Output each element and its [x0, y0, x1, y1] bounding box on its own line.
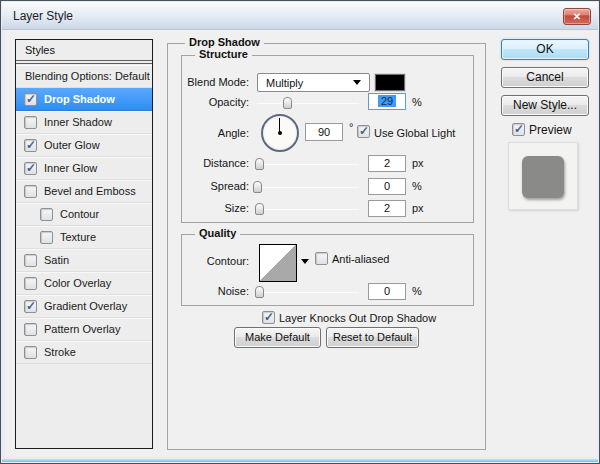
texture-checkbox[interactable] [40, 231, 53, 244]
opacity-value: 29 [378, 95, 396, 107]
anti-aliased-label: Anti-aliased [332, 253, 389, 265]
opacity-slider-thumb[interactable] [283, 97, 292, 109]
blend-mode-label: Blend Mode: [81, 76, 249, 88]
opacity-slider[interactable] [257, 97, 359, 109]
angle-dial-center [278, 131, 282, 135]
opacity-slider-track [257, 103, 359, 104]
use-global-light-checkbox[interactable] [357, 125, 370, 138]
spread-label: Spread: [81, 180, 249, 192]
reset-to-default-button[interactable]: Reset to Default [326, 327, 419, 348]
blend-mode-select[interactable]: Multiply [257, 73, 370, 92]
spread-unit: % [412, 180, 422, 192]
contour-checkbox[interactable] [40, 208, 53, 221]
noise-input[interactable]: 0 [368, 283, 406, 300]
spread-slider-track [257, 187, 359, 188]
close-icon: ✕ [573, 11, 581, 22]
size-input[interactable]: 2 [368, 200, 406, 217]
new-style-button[interactable]: New Style... [501, 95, 589, 116]
angle-input[interactable]: 90 [305, 123, 343, 141]
preview-label: Preview [529, 123, 572, 137]
styles-list-header[interactable]: Styles [16, 40, 152, 61]
sidebar-item-label: Texture [60, 231, 96, 243]
bevel-emboss-checkbox[interactable] [24, 185, 37, 198]
distance-input[interactable]: 2 [368, 155, 406, 172]
layer-knocks-out-checkbox[interactable] [262, 311, 275, 324]
shadow-color-swatch[interactable] [375, 74, 405, 91]
noise-value: 0 [384, 285, 390, 297]
opacity-unit: % [412, 96, 422, 108]
preview-layer-thumbnail [522, 156, 564, 198]
structure-group-title: Structure [195, 48, 252, 60]
close-button[interactable]: ✕ [563, 8, 591, 25]
distance-value: 2 [384, 157, 390, 169]
color-overlay-checkbox[interactable] [24, 277, 37, 290]
styles-list-rows: Blending Options: Default Drop Shadow In… [16, 65, 152, 364]
gradient-overlay-checkbox[interactable] [24, 300, 37, 313]
noise-slider-track [257, 292, 359, 293]
angle-label: Angle: [81, 127, 249, 139]
opacity-input[interactable]: 29 [368, 93, 406, 110]
anti-aliased-checkbox[interactable] [315, 252, 328, 265]
window-title: Layer Style [13, 9, 73, 23]
stroke-checkbox[interactable] [24, 346, 37, 359]
styles-list-separator [16, 62, 152, 64]
size-slider-track [257, 209, 359, 210]
make-default-button[interactable]: Make Default [234, 327, 321, 348]
preview-panel [508, 142, 578, 210]
drop-shadow-group-title: Drop Shadow [185, 36, 264, 48]
noise-slider-thumb[interactable] [255, 286, 264, 298]
blend-mode-value: Multiply [266, 77, 303, 89]
size-unit: px [412, 202, 424, 214]
distance-unit: px [412, 157, 424, 169]
outer-glow-checkbox[interactable] [24, 139, 37, 152]
noise-unit: % [412, 285, 422, 297]
contour-label: Contour: [81, 255, 249, 267]
distance-slider[interactable] [257, 158, 359, 170]
quality-group-title: Quality [195, 227, 240, 239]
size-slider-thumb[interactable] [255, 203, 264, 215]
preview-checkbox[interactable] [512, 123, 525, 136]
satin-checkbox[interactable] [24, 254, 37, 267]
angle-dial[interactable] [261, 114, 299, 152]
chevron-down-icon[interactable] [301, 259, 309, 264]
sidebar-item-stroke[interactable]: Stroke [16, 341, 152, 364]
inner-glow-checkbox[interactable] [24, 162, 37, 175]
sidebar-item-label: Satin [44, 254, 69, 266]
sidebar-item-pattern-overlay[interactable]: Pattern Overlay [16, 318, 152, 341]
pattern-overlay-checkbox[interactable] [24, 323, 37, 336]
angle-value: 90 [318, 126, 330, 138]
angle-unit: ° [349, 121, 353, 133]
sidebar-item-label: Stroke [44, 346, 76, 358]
distance-label: Distance: [81, 157, 249, 169]
sidebar-item-label: Outer Glow [44, 139, 100, 151]
dialog-body: Styles Blending Options: Default Drop Sh… [5, 30, 597, 457]
noise-label: Noise: [81, 285, 249, 297]
spread-input[interactable]: 0 [368, 178, 406, 195]
sidebar-item-gradient-overlay[interactable]: Gradient Overlay [16, 295, 152, 318]
size-value: 2 [384, 202, 390, 214]
chevron-down-icon [353, 80, 361, 85]
spread-value: 0 [384, 180, 390, 192]
opacity-label: Opacity: [81, 96, 249, 108]
noise-slider[interactable] [257, 286, 359, 298]
sidebar-item-label: Gradient Overlay [44, 300, 127, 312]
distance-slider-thumb[interactable] [255, 158, 264, 170]
spread-slider[interactable] [257, 181, 359, 193]
sidebar-item-label: Pattern Overlay [44, 323, 120, 335]
title-bar[interactable]: Layer Style ✕ [2, 2, 598, 30]
size-label: Size: [81, 202, 249, 214]
layer-style-dialog: Layer Style ✕ Styles Blending Options: D… [0, 0, 600, 464]
cancel-button[interactable]: Cancel [501, 67, 589, 88]
use-global-light-label: Use Global Light [374, 127, 455, 139]
size-slider[interactable] [257, 203, 359, 215]
inner-shadow-checkbox[interactable] [24, 116, 37, 129]
distance-slider-track [257, 164, 359, 165]
spread-slider-thumb[interactable] [253, 181, 262, 193]
frame-accent [2, 459, 598, 462]
ok-button[interactable]: OK [501, 39, 589, 60]
drop-shadow-checkbox[interactable] [24, 93, 37, 106]
sidebar-item-texture[interactable]: Texture [16, 226, 152, 249]
layer-knocks-out-label: Layer Knocks Out Drop Shadow [279, 312, 436, 324]
contour-picker[interactable] [259, 244, 297, 282]
